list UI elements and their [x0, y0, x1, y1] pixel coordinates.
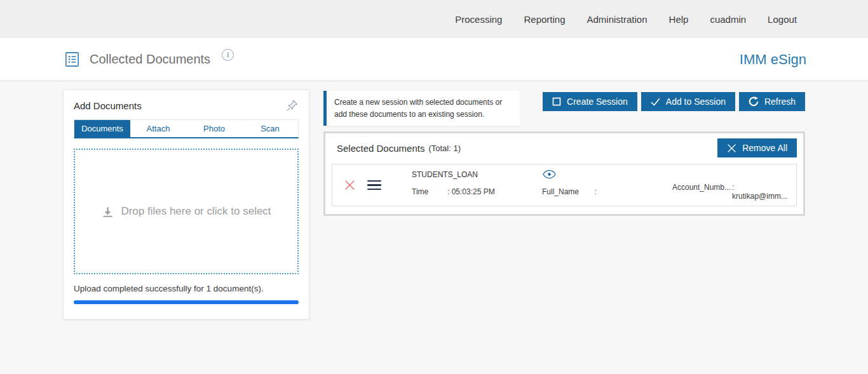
tab-documents[interactable]: Documents: [74, 120, 130, 137]
add-to-session-label: Add to Session: [666, 97, 726, 107]
tab-scan[interactable]: Scan: [242, 120, 298, 137]
document-fullname: Full_Name :: [542, 187, 672, 196]
add-documents-tabs: Documents Attach Photo Scan: [74, 119, 299, 138]
document-name: STUDENTS_LOAN: [412, 170, 542, 179]
nav-item-administration[interactable]: Administration: [587, 14, 648, 25]
remove-all-label: Remove All: [742, 143, 787, 153]
selected-documents-panel: Selected Documents (Total: 1) Remove All: [323, 131, 805, 216]
info-icon[interactable]: i: [222, 49, 234, 61]
checkmark-icon: [651, 98, 660, 106]
selected-documents-total: (Total: 1): [428, 144, 461, 153]
file-dropzone[interactable]: Drop files here or click to select: [74, 149, 299, 274]
x-icon: [727, 144, 736, 153]
page-title: Collected Documents: [90, 52, 210, 67]
preview-eye-icon[interactable]: [542, 170, 557, 179]
document-list-icon: [64, 51, 81, 68]
session-actions: Create Session Add to Session Refresh: [543, 92, 805, 111]
create-session-label: Create Session: [567, 97, 628, 107]
account-label: Account_Numb...: [672, 183, 731, 201]
remove-document-icon[interactable]: [344, 179, 356, 191]
add-documents-title: Add Documents: [74, 100, 142, 111]
time-label: Time: [412, 187, 447, 196]
tab-attach[interactable]: Attach: [130, 120, 186, 137]
nav-item-processing[interactable]: Processing: [455, 14, 502, 25]
fullname-label: Full_Name: [542, 187, 594, 196]
upload-status-text: Upload completed successfully for 1 docu…: [74, 284, 299, 293]
drag-handle-icon[interactable]: [367, 180, 381, 190]
add-to-session-button[interactable]: Add to Session: [641, 92, 735, 111]
pin-icon[interactable]: [286, 99, 299, 112]
main-content: Add Documents Documents Attach Photo Sca…: [0, 81, 868, 374]
download-icon: [101, 205, 114, 218]
account-value: : krutikap@imm...: [732, 183, 790, 201]
document-account: Account_Numb... : krutikap@imm...: [672, 183, 790, 201]
document-row: STUDENTS_LOAN Time : 05:03:25 PM Full_Na…: [332, 164, 797, 206]
add-documents-card: Add Documents Documents Attach Photo Sca…: [63, 90, 309, 319]
document-time: Time : 05:03:25 PM: [412, 187, 542, 196]
nav-item-logout[interactable]: Logout: [768, 14, 797, 25]
session-info-message: Create a new session with selected docum…: [323, 91, 520, 126]
refresh-label: Refresh: [764, 97, 796, 107]
upload-progress-bar: [74, 300, 299, 304]
tab-photo[interactable]: Photo: [186, 120, 242, 137]
remove-all-button[interactable]: Remove All: [717, 138, 797, 157]
refresh-button[interactable]: Refresh: [739, 92, 805, 111]
fullname-value: :: [594, 187, 596, 196]
nav-item-help[interactable]: Help: [669, 14, 689, 25]
document-details: STUDENTS_LOAN Time : 05:03:25 PM Full_Na…: [412, 170, 790, 201]
page-header: Collected Documents i IMM eSign: [0, 38, 868, 81]
brand-logo: IMM eSign: [740, 51, 868, 68]
dropzone-text: Drop files here or click to select: [121, 205, 271, 218]
square-icon: [552, 97, 561, 106]
create-session-button[interactable]: Create Session: [543, 92, 637, 111]
nav-item-username[interactable]: cuadmin: [710, 14, 746, 25]
top-navigation: Processing Reporting Administration Help…: [0, 0, 868, 38]
nav-item-reporting[interactable]: Reporting: [524, 14, 565, 25]
time-value: : 05:03:25 PM: [447, 187, 495, 196]
refresh-icon: [749, 97, 759, 107]
selected-documents-title: Selected Documents: [337, 143, 424, 154]
